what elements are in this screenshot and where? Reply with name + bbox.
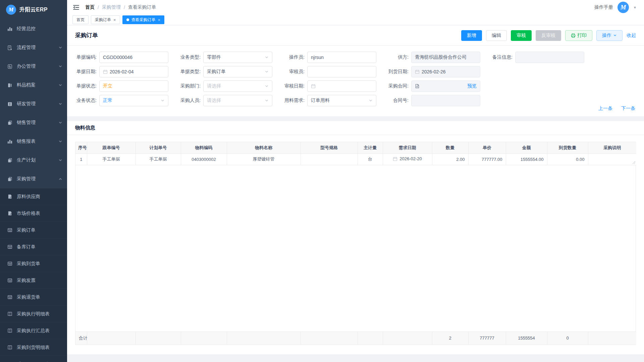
breadcrumb-item[interactable]: 首页 <box>85 4 95 10</box>
tab-home[interactable]: 首页 <box>72 15 89 24</box>
sidebar-item-stock-order[interactable]: 备库订单 <box>0 239 67 255</box>
breadcrumb-item: 查看采购订单 <box>128 4 156 10</box>
chevron-down-icon <box>265 99 269 103</box>
collapse-panel-link[interactable]: 收起 <box>627 33 636 39</box>
sidebar-item-purchase-exec-detail[interactable]: 采购执行明细表 <box>0 306 67 322</box>
col-header: 型号规格 <box>301 142 358 154</box>
sidebar-item-process-mgmt[interactable]: 流程管理 <box>0 38 67 57</box>
preview-link[interactable]: 预览 <box>467 83 477 89</box>
chevron-down-icon <box>58 64 62 68</box>
chevron-down-icon <box>58 83 62 87</box>
col-header: 序号 <box>75 142 87 154</box>
supplier-input[interactable]: 青海纺织品股份合作公司 <box>411 52 480 63</box>
chevron-down-icon <box>613 34 617 37</box>
chevron-down-icon <box>58 139 62 143</box>
chevron-up-icon <box>58 177 62 181</box>
sidebar-item-raw-supplier[interactable]: 原料供应商 <box>0 188 67 205</box>
manual-link[interactable]: 操作手册 <box>594 4 613 10</box>
order-card-header: 采购订单 新增 编辑 审核 反审核 打印 <box>67 25 644 46</box>
col-header: 数量 <box>432 142 468 154</box>
edit-button[interactable]: 编辑 <box>486 30 507 41</box>
audit-button[interactable]: 审核 <box>511 30 532 41</box>
doc-status-input[interactable]: 开立 <box>99 80 168 92</box>
sidebar-item-material-archive[interactable]: 料品档案 <box>0 76 67 95</box>
prev-record-link[interactable]: 上一条 <box>598 106 612 112</box>
total-cell <box>301 332 358 345</box>
sidebar: M 升阳云ERP 经营总控 流程管理 办公管理 料品档案 研发管理 <box>0 0 67 362</box>
table-row[interactable]: 1手工单据手工单据0403000002厚壁镀锌管台2026-02-202.007… <box>75 154 636 165</box>
sidebar-item-production-plan[interactable]: 生产计划 <box>0 151 67 170</box>
remark-input[interactable] <box>515 52 584 63</box>
print-button[interactable]: 打印 <box>565 30 592 41</box>
actions-button[interactable]: 操作 <box>596 30 623 41</box>
add-button[interactable]: 新增 <box>461 30 482 41</box>
app-logo: M 升阳云ERP <box>0 0 67 19</box>
sidebar-item-purchase-invoice[interactable]: 采购发票 <box>0 272 67 289</box>
chevron-down-icon <box>369 99 373 103</box>
sidebar-item-sales-report[interactable]: 销售报表 <box>0 132 67 151</box>
field-biz-type-label: 业务类型: <box>179 54 203 60</box>
audit-date-input[interactable] <box>307 80 376 92</box>
operator-input[interactable]: njrsun <box>307 52 376 63</box>
purchase-contract-input[interactable]: 预览 <box>411 80 480 92</box>
field-doc-code-label: 单据编码: <box>75 54 99 60</box>
field-doc-code: 单据编码: CGDD000046 <box>75 52 168 63</box>
doc-date-input[interactable]: 2026-02-04 <box>99 66 168 77</box>
sidebar-item-purchase-invoice-detail[interactable]: 采购发票明细表 <box>0 356 67 362</box>
next-record-link[interactable]: 下一条 <box>621 106 635 112</box>
sidebar-item-purchase-order[interactable]: 采购订单 <box>0 222 67 239</box>
chevron-down-icon <box>58 46 62 50</box>
field-purchase-contract-label: 采购合同: <box>387 83 411 89</box>
avatar[interactable]: M <box>618 2 629 13</box>
col-header: 物料名称 <box>227 142 301 154</box>
cell-plan_no: 手工单据 <box>136 154 181 165</box>
close-icon[interactable]: × <box>158 18 161 22</box>
pages-icon <box>7 176 12 182</box>
sidebar-item-market-price[interactable]: 市场价格表 <box>0 205 67 222</box>
sidebar-item-sales-mgmt[interactable]: 销售管理 <box>0 113 67 132</box>
chevron-down-icon[interactable]: ▼ <box>633 6 637 9</box>
form-column: 备注信息: <box>491 52 584 106</box>
sidebar-item-purchase-return[interactable]: 采购退货单 <box>0 289 67 306</box>
chevron-down-icon <box>265 55 269 59</box>
sidebar-item-office-mgmt[interactable]: 办公管理 <box>0 57 67 76</box>
field-audit-date: 审核日期: <box>283 80 376 92</box>
collapse-sidebar-icon[interactable] <box>72 4 80 11</box>
unaudit-button: 反审核 <box>536 30 561 41</box>
cell-track_no: 手工单据 <box>87 154 136 165</box>
chevron-down-icon <box>58 102 62 106</box>
cell-unit: 台 <box>358 154 383 165</box>
flow-icon <box>7 45 12 50</box>
sidebar-item-purchase-arrival-detail[interactable]: 采购到货明细表 <box>0 339 67 356</box>
total-cell <box>383 332 432 345</box>
sidebar-item-ops-dashboard[interactable]: 经营总控 <box>0 19 67 38</box>
auditor-input[interactable] <box>307 66 376 77</box>
sidebar-item-purchase-mgmt[interactable]: 采购管理 <box>0 170 67 188</box>
biz-status-input[interactable]: 正常 <box>99 95 168 106</box>
material-demand-input[interactable]: 订单用料 <box>307 95 376 106</box>
field-auditor: 审核员: <box>283 66 376 77</box>
field-auditor-label: 审核员: <box>283 69 307 75</box>
close-icon[interactable]: × <box>113 18 116 22</box>
biz-type-input[interactable]: 零部件 <box>203 52 272 63</box>
purchase-dept-input[interactable]: 请选择 <box>203 80 272 92</box>
calendar-icon <box>393 157 397 161</box>
sidebar-item-purchase-exec-summary[interactable]: 采购执行汇总表 <box>0 322 67 339</box>
chart-icon <box>7 26 12 32</box>
purchase-staff-input[interactable]: 请选择 <box>203 95 272 106</box>
toolbar: 新增 编辑 审核 反审核 打印 操作 <box>461 30 636 41</box>
tab-view-purchase-order[interactable]: 查看采购订单 × <box>122 15 165 24</box>
calendar-icon <box>103 69 108 74</box>
record-nav: 上一条 下一条 <box>598 106 635 112</box>
doc-code-input[interactable]: CGDD000046 <box>99 52 168 63</box>
contract-no-input[interactable] <box>411 95 480 106</box>
resize-handle-icon[interactable] <box>632 161 636 164</box>
doc-type-input[interactable]: 采购订单 <box>203 66 272 77</box>
pages-icon <box>7 120 12 125</box>
sidebar-item-purchase-arrival[interactable]: 采购到货单 <box>0 255 67 272</box>
field-operator-label: 操作员: <box>283 54 307 60</box>
arrival-date-input[interactable]: 2026-02-26 <box>411 66 480 77</box>
tab-purchase-order[interactable]: 采购订单 × <box>91 15 120 24</box>
grid-icon <box>7 295 12 300</box>
sidebar-item-rd-mgmt[interactable]: 研发管理 <box>0 95 67 113</box>
